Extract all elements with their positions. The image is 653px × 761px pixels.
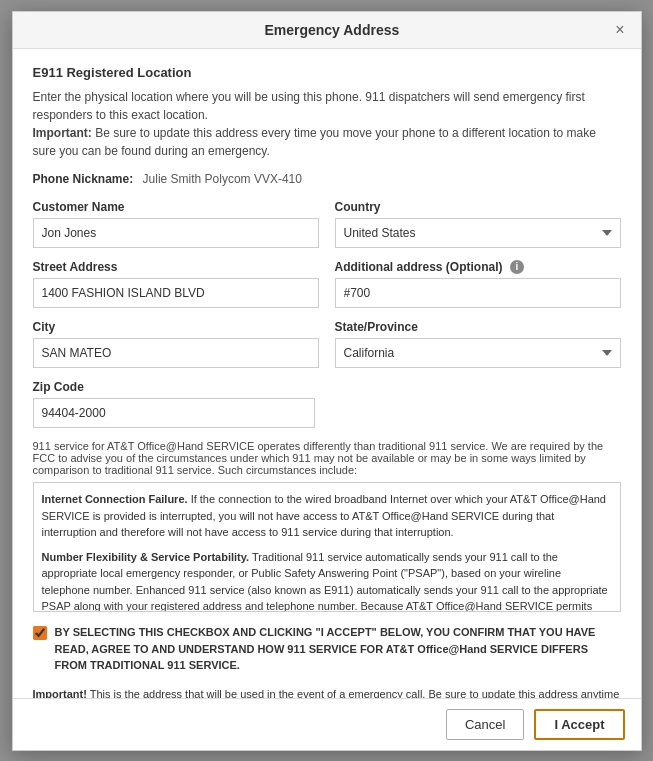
modal-footer: Cancel I Accept: [13, 698, 641, 750]
phone-nickname-row: Phone Nickname: Julie Smith Polycom VVX-…: [33, 172, 621, 186]
street-address-label: Street Address: [33, 260, 319, 274]
cancel-button[interactable]: Cancel: [446, 709, 524, 740]
checkbox-row: BY SELECTING THIS CHECKBOX AND CLICKING …: [33, 624, 621, 674]
tos-item2: Number Flexibility & Service Portability…: [42, 549, 612, 613]
important-note: Important! This is the address that will…: [33, 686, 621, 698]
tos-scroll-box[interactable]: Internet Connection Failure. If the conn…: [33, 482, 621, 612]
state-group: State/Province California: [335, 320, 621, 368]
street-address-group: Street Address: [33, 260, 319, 309]
country-group: Country United States: [335, 200, 621, 248]
section-title: E911 Registered Location: [33, 65, 621, 80]
customer-name-input[interactable]: [33, 218, 319, 248]
customer-name-group: Customer Name: [33, 200, 319, 248]
city-input[interactable]: [33, 338, 319, 368]
important-note-prefix: Important!: [33, 688, 87, 698]
tos-intro-text: 911 service for AT&T Office@Hand SERVICE…: [33, 440, 621, 476]
state-label: State/Province: [335, 320, 621, 334]
additional-address-label: Additional address (Optional) i: [335, 260, 621, 275]
close-button[interactable]: ×: [615, 22, 624, 38]
accept-button[interactable]: I Accept: [534, 709, 624, 740]
form-row-1: Customer Name Country United States: [33, 200, 621, 248]
additional-address-input[interactable]: [335, 278, 621, 308]
info-icon[interactable]: i: [510, 260, 524, 274]
country-label: Country: [335, 200, 621, 214]
zip-label: Zip Code: [33, 380, 315, 394]
form-row-3: City State/Province California: [33, 320, 621, 368]
zip-group: Zip Code: [33, 380, 315, 428]
modal-header: Emergency Address ×: [13, 12, 641, 49]
form-row-2: Street Address Additional address (Optio…: [33, 260, 621, 309]
form-row-4: Zip Code: [33, 380, 621, 428]
modal-body: E911 Registered Location Enter the physi…: [13, 49, 641, 698]
tos-checkbox[interactable]: [33, 626, 47, 640]
city-group: City: [33, 320, 319, 368]
state-select[interactable]: California: [335, 338, 621, 368]
tos-item1: Internet Connection Failure. If the conn…: [42, 491, 612, 541]
city-label: City: [33, 320, 319, 334]
tos-item1-title: Internet Connection Failure.: [42, 493, 188, 505]
street-address-input[interactable]: [33, 278, 319, 308]
country-select[interactable]: United States: [335, 218, 621, 248]
description-text: Enter the physical location where you wi…: [33, 88, 621, 160]
phone-nickname-value: Julie Smith Polycom VVX-410: [143, 172, 302, 186]
modal-title: Emergency Address: [49, 22, 616, 38]
zip-input[interactable]: [33, 398, 315, 428]
important-note-text: This is the address that will be used in…: [33, 688, 620, 698]
customer-name-label: Customer Name: [33, 200, 319, 214]
tos-item2-title: Number Flexibility & Service Portability…: [42, 551, 250, 563]
important-bold: Important:: [33, 126, 92, 140]
phone-nickname-label: Phone Nickname:: [33, 172, 134, 186]
checkbox-label: BY SELECTING THIS CHECKBOX AND CLICKING …: [55, 624, 621, 674]
additional-address-group: Additional address (Optional) i: [335, 260, 621, 309]
emergency-address-modal: Emergency Address × E911 Registered Loca…: [12, 11, 642, 751]
